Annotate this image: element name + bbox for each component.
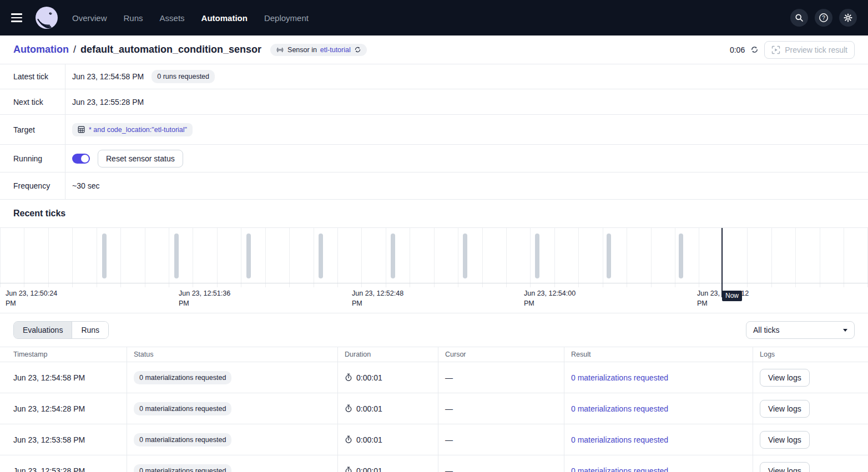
table-row: Jun 23, 12:53:58 PM 0 materializations r… [0, 424, 868, 455]
stopwatch-icon [345, 404, 352, 413]
now-badge: Now [722, 291, 742, 301]
frequency-row: Frequency ~30 sec [0, 172, 868, 200]
tick-result-link[interactable]: 0 materializations requested [571, 404, 668, 413]
target-row: Target * and code_location:"etl-tutorial… [0, 115, 868, 145]
now-marker-line [721, 228, 723, 297]
tick-filter-select[interactable]: All ticks [746, 321, 855, 339]
running-row: Running Reset sensor status [0, 145, 868, 172]
next-tick-value: Jun 23, 12:55:28 PM [72, 98, 144, 106]
tick-chart [0, 228, 868, 283]
frequency-label: Frequency [0, 172, 65, 199]
asset-selection-text: * and code_location:"etl-tutorial" [89, 126, 187, 134]
tick-status-badge: 0 materializations requested [134, 371, 231, 384]
table-row: Jun 23, 12:54:28 PM 0 materializations r… [0, 393, 868, 424]
col-timestamp: Timestamp [0, 347, 127, 362]
tick-result-link[interactable]: 0 materializations requested [571, 373, 668, 382]
tick-filter-value: All ticks [753, 326, 779, 334]
nav-runs[interactable]: Runs [124, 13, 143, 23]
runs-requested-badge: 0 runs requested [152, 70, 215, 83]
axis-label: Jun 23, 12:54:00 PM [524, 288, 586, 308]
breadcrumb-automation-link[interactable]: Automation [13, 44, 69, 55]
reset-sensor-status-button[interactable]: Reset sensor status [98, 150, 183, 168]
view-logs-button[interactable]: View logs [760, 431, 810, 449]
table-header-row: Timestamp Status Duration Cursor Result … [0, 347, 868, 362]
tick-timestamp: Jun 23, 12:54:58 PM [0, 362, 127, 393]
nav-deployment[interactable]: Deployment [264, 13, 309, 23]
stopwatch-icon [345, 466, 352, 472]
evaluations-toolbar: Evaluations Runs All ticks [0, 313, 868, 347]
tick-status-badge: 0 materializations requested [134, 464, 231, 472]
sync-icon[interactable] [354, 46, 361, 53]
running-toggle[interactable] [72, 154, 90, 164]
tick-status-badge: 0 materializations requested [134, 402, 231, 415]
recent-ticks-heading: Recent ticks [0, 200, 868, 227]
refresh-countdown: 0:06 [730, 45, 745, 54]
tick-result-link[interactable]: 0 materializations requested [571, 466, 668, 472]
tick-bar[interactable] [607, 234, 611, 278]
search-icon[interactable] [790, 9, 808, 27]
tick-cursor: — [438, 455, 564, 472]
col-logs: Logs [753, 347, 868, 362]
tick-bar[interactable] [174, 234, 179, 278]
latest-tick-value: Jun 23, 12:54:58 PM [72, 72, 144, 81]
tick-cursor: — [438, 362, 564, 393]
tick-bar[interactable] [391, 234, 395, 278]
view-logs-button[interactable]: View logs [760, 400, 810, 418]
tick-bar[interactable] [535, 234, 539, 278]
table-row: Jun 23, 12:54:58 PM 0 materializations r… [0, 362, 868, 393]
asset-table-icon [78, 126, 85, 133]
axis-label: Jun 23, 12:50:24 PM [6, 288, 68, 308]
breadcrumb-bar: Automation / default_automation_conditio… [0, 35, 868, 64]
preview-tick-result-button[interactable]: Preview tick result [764, 41, 855, 59]
evaluations-table: Timestamp Status Duration Cursor Result … [0, 347, 868, 472]
asset-selection-pill[interactable]: * and code_location:"etl-tutorial" [72, 123, 193, 136]
latest-tick-label: Latest tick [0, 64, 65, 89]
col-cursor: Cursor [438, 347, 564, 362]
tick-duration: 0:00:01 [356, 404, 382, 413]
col-result: Result [564, 347, 753, 362]
tick-duration: 0:00:01 [356, 435, 382, 444]
axis-label: Jun 23, 12:51:36 PM [179, 288, 241, 308]
tick-result-link[interactable]: 0 materializations requested [571, 435, 668, 444]
sensor-badge-label: Sensor in [287, 46, 317, 54]
tick-cursor: — [438, 393, 564, 424]
nav-assets[interactable]: Assets [160, 13, 185, 23]
dagster-logo-icon[interactable] [36, 7, 58, 29]
axis-label: Jun 23, 12:52:48 PM [352, 288, 414, 308]
view-logs-button[interactable]: View logs [760, 369, 810, 387]
next-tick-label: Next tick [0, 89, 65, 114]
settings-gear-icon[interactable] [839, 9, 857, 27]
refresh-icon[interactable] [750, 45, 759, 54]
latest-tick-row: Latest tick Jun 23, 12:54:58 PM 0 runs r… [0, 64, 868, 89]
code-location-link[interactable]: etl-tutorial [320, 46, 351, 54]
stopwatch-icon [345, 373, 352, 382]
col-status: Status [127, 347, 337, 362]
tick-duration: 0:00:01 [356, 373, 382, 382]
help-icon[interactable]: ? [815, 9, 832, 27]
breadcrumb-separator: / [73, 44, 76, 55]
menu-icon[interactable] [11, 10, 27, 26]
tick-bar[interactable] [246, 234, 251, 278]
top-nav: Overview Runs Assets Automation Deployme… [0, 0, 868, 35]
tab-runs[interactable]: Runs [72, 322, 108, 338]
tick-cursor: — [438, 424, 564, 455]
tick-bar[interactable] [319, 234, 323, 278]
tick-timestamp: Jun 23, 12:53:28 PM [0, 455, 127, 472]
nav-automation[interactable]: Automation [201, 13, 248, 23]
table-row: Jun 23, 12:53:28 PM 0 materializations r… [0, 455, 868, 472]
tab-evaluations[interactable]: Evaluations [14, 322, 72, 338]
sensor-location-badge: Sensor in etl-tutorial [270, 44, 367, 56]
tick-timestamp: Jun 23, 12:54:28 PM [0, 393, 127, 424]
nav-overview[interactable]: Overview [72, 13, 107, 23]
sensor-signal-icon [276, 46, 284, 54]
tick-bar[interactable] [463, 234, 467, 278]
tick-duration: 0:00:01 [356, 466, 382, 472]
nav-links: Overview Runs Assets Automation Deployme… [72, 13, 309, 23]
next-tick-row: Next tick Jun 23, 12:55:28 PM [0, 89, 868, 115]
page-title: default_automation_condition_sensor [80, 44, 261, 55]
tick-bar[interactable] [679, 234, 683, 278]
view-logs-button[interactable]: View logs [760, 462, 810, 472]
target-label: Target [0, 115, 65, 144]
tick-bar[interactable] [102, 234, 107, 278]
recent-ticks-timeline: Jun 23, 12:50:24 PMJun 23, 12:51:36 PMJu… [0, 227, 868, 313]
